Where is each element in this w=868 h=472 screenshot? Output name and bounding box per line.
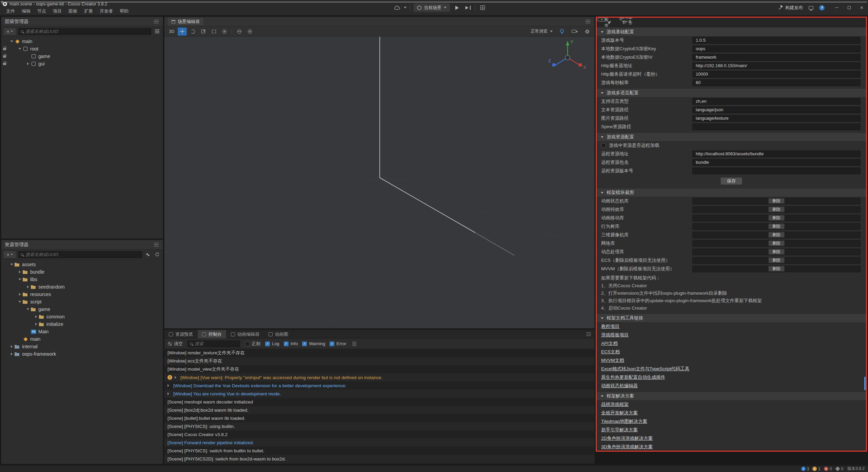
property-input[interactable] (692, 54, 861, 61)
asset-node[interactable]: oops-framework (1, 350, 163, 358)
hierarchy-node[interactable]: game (1, 53, 163, 60)
inspector-tab[interactable]: 属性检查器 (597, 18, 607, 22)
asset-node[interactable]: Main (1, 328, 163, 335)
section-i18n-header[interactable]: 游戏多语言配置 (597, 89, 866, 97)
asset-node[interactable]: resources (1, 291, 163, 298)
expand-arrow-icon[interactable] (33, 315, 39, 318)
anchor-tool-button[interactable] (220, 27, 229, 36)
lock-icon[interactable] (3, 55, 6, 58)
layout-grid-icon[interactable] (479, 4, 486, 12)
chevron-down-icon[interactable] (404, 7, 407, 8)
scale-tool-button[interactable] (199, 27, 208, 36)
asset-node[interactable]: initialize (1, 320, 163, 328)
inspector-tab[interactable]: 构建发布 (608, 17, 620, 24)
expand-arrow-icon[interactable] (25, 308, 31, 311)
delete-module-button[interactable]: 删除 (768, 266, 785, 272)
property-input[interactable] (692, 168, 861, 174)
menu-item[interactable]: 文件 (3, 8, 18, 14)
menu-item[interactable]: 帮助 (116, 8, 132, 14)
doc-link[interactable]: API文档 (597, 339, 618, 348)
scene-light-toggle[interactable] (557, 27, 567, 36)
log-row[interactable]: [Scene] Cocos Creator v3.8.2 (164, 430, 594, 438)
console-tab[interactable]: 控制台 (198, 330, 226, 338)
scene-viewport[interactable]: Y X Z (164, 37, 594, 328)
scene-settings-button[interactable] (583, 27, 592, 36)
panel-menu-icon[interactable] (585, 19, 591, 24)
create-asset-button[interactable] (4, 251, 16, 258)
property-input[interactable] (692, 115, 861, 122)
collab-cloud-icon[interactable] (393, 4, 400, 12)
menu-item[interactable]: 面板 (65, 8, 81, 14)
expand-arrow-icon[interactable] (9, 263, 14, 266)
delete-module-button[interactable]: 删除 (768, 223, 785, 229)
log-row[interactable]: [Window] Download the Vue Devtools exten… (164, 381, 594, 390)
log-row[interactable]: [Window] You are running Vue in developm… (164, 390, 594, 398)
asset-node[interactable]: common (1, 313, 163, 320)
menu-item[interactable]: 开发者 (96, 8, 116, 14)
asset-node[interactable]: libs (1, 276, 163, 283)
property-input[interactable] (692, 159, 861, 166)
asset-node[interactable]: script (1, 298, 163, 306)
section-resources-header[interactable]: 游戏资源配置 (597, 133, 866, 141)
expand-arrow-icon[interactable] (9, 40, 14, 43)
panel-menu-icon[interactable] (153, 242, 159, 247)
asset-node[interactable]: seedrandom (1, 283, 163, 291)
axis-gizmo[interactable]: Y X Z (546, 37, 590, 77)
status-count[interactable]: 0 (835, 467, 844, 471)
log-row[interactable]: [Scene] [PHYSICS]: using builtin. (164, 422, 594, 430)
doc-link[interactable]: ECS文档 (597, 348, 620, 356)
log-filter-checkbox[interactable]: Log (265, 341, 279, 346)
expand-arrow-icon[interactable] (17, 271, 22, 273)
scrollbar-thumb[interactable] (864, 377, 866, 390)
delete-module-button[interactable]: 删除 (768, 257, 785, 263)
clear-console-button[interactable]: 清空 (168, 341, 183, 347)
log-row[interactable]: [Scene] [PHYSICS2D]: switch from box2d-w… (164, 455, 594, 463)
create-node-button[interactable] (4, 28, 16, 35)
help-button[interactable] (819, 5, 825, 11)
step-button[interactable] (464, 4, 472, 12)
log-filter-checkbox[interactable]: Info (284, 341, 298, 346)
solution-link[interactable]: 2D角色扮演游戏解决方案 (597, 434, 653, 442)
solution-link[interactable]: 全栈开发解决方案 (597, 409, 638, 417)
expand-arrow-icon[interactable] (167, 384, 171, 387)
expand-arrow-icon[interactable] (175, 376, 178, 379)
property-input[interactable] (692, 45, 861, 52)
expand-arrow-icon[interactable] (9, 345, 14, 348)
solution-link[interactable]: 战棋游戏框架 (597, 400, 629, 409)
property-input[interactable] (692, 62, 861, 69)
log-row[interactable]: [Window] render_texture文件夹不存在 (164, 349, 594, 357)
asset-node[interactable]: internal (1, 343, 163, 350)
scene-dropdown[interactable]: 当前场景 (414, 3, 450, 12)
minimize-button[interactable] (830, 0, 843, 16)
console-tab[interactable]: 资源预览 (164, 330, 198, 338)
log-row[interactable]: [Scene] meshopt wasm decoder initialized (164, 398, 594, 406)
hierarchy-node[interactable]: root (1, 45, 163, 53)
delete-module-button[interactable]: 删除 (768, 249, 785, 255)
log-filter-checkbox[interactable]: Warning (302, 341, 325, 346)
move-tool-button[interactable] (178, 27, 187, 36)
hierarchy-node[interactable]: gui (1, 60, 163, 67)
camera-preview-button[interactable] (570, 27, 579, 36)
doc-link[interactable]: 游戏模板项目 (597, 331, 629, 339)
section-solutions-header[interactable]: 框架解决方案 (597, 392, 866, 400)
section-basic-header[interactable]: 游戏基础配置 (597, 28, 866, 36)
log-row[interactable]: [Window] [Vue warn]: Property "onInput" … (164, 373, 594, 381)
export-log-icon[interactable] (351, 340, 358, 347)
property-input[interactable] (692, 98, 861, 105)
doc-link[interactable]: 教程项目 (597, 322, 619, 331)
remote-load-checkbox[interactable] (601, 143, 606, 148)
expand-arrow-icon[interactable] (9, 353, 14, 355)
menu-item[interactable]: 项目 (50, 8, 65, 14)
log-filter-checkbox[interactable]: Error (330, 341, 346, 346)
doc-link[interactable]: 原生包热更新配置自动生成插件 (597, 373, 665, 381)
hierarchy-node[interactable]: main (1, 38, 163, 45)
hierarchy-search-input[interactable] (25, 29, 149, 34)
property-input[interactable] (692, 123, 861, 130)
rect-tool-button[interactable] (209, 27, 218, 36)
delete-module-button[interactable]: 删除 (768, 240, 785, 246)
assets-search-input[interactable] (25, 252, 140, 257)
expand-arrow-icon[interactable] (17, 47, 22, 50)
console-tab[interactable]: 动画编辑器 (226, 330, 264, 338)
log-row[interactable]: [Window] ecs文件夹不存在 (164, 357, 594, 365)
delete-module-button[interactable]: 删除 (768, 232, 785, 238)
